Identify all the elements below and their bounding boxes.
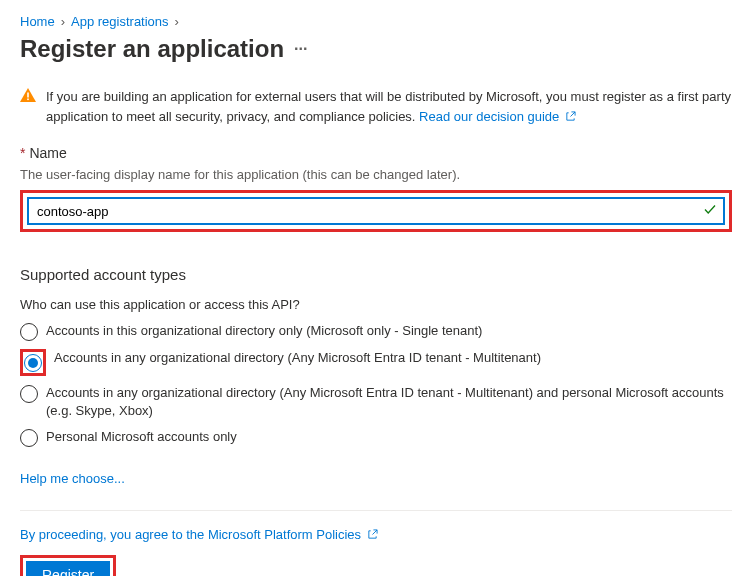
external-link-icon: [367, 528, 378, 543]
register-button[interactable]: Register: [26, 561, 110, 576]
radio-selected-dot: [28, 358, 38, 368]
external-link-icon: [565, 108, 576, 128]
page-title: Register an application ···: [20, 35, 732, 63]
chevron-right-icon: ›: [175, 14, 179, 29]
divider: [20, 510, 732, 511]
decision-guide-link[interactable]: Read our decision guide: [419, 109, 576, 124]
register-button-highlight: Register: [20, 555, 116, 576]
radio-label: Accounts in this organizational director…: [46, 322, 732, 340]
svg-rect-0: [27, 93, 29, 98]
name-label: *Name: [20, 145, 732, 161]
more-actions-icon[interactable]: ···: [294, 40, 307, 58]
radio-selection-highlight: [20, 349, 46, 376]
footer-policy: By proceeding, you agree to the Microsof…: [20, 527, 732, 543]
help-me-choose-link[interactable]: Help me choose...: [20, 471, 125, 486]
radio-option-single-tenant[interactable]: Accounts in this organizational director…: [20, 322, 732, 341]
radio-label: Personal Microsoft accounts only: [46, 428, 732, 446]
name-hint: The user-facing display name for this ap…: [20, 167, 732, 182]
radio-icon[interactable]: [24, 354, 42, 372]
breadcrumb-home[interactable]: Home: [20, 14, 55, 29]
radio-icon[interactable]: [20, 429, 38, 447]
warning-text: If you are building an application for e…: [46, 87, 732, 127]
radio-option-multitenant[interactable]: Accounts in any organizational directory…: [20, 349, 732, 376]
platform-policies-link[interactable]: By proceeding, you agree to the Microsof…: [20, 527, 378, 542]
radio-icon[interactable]: [20, 385, 38, 403]
breadcrumb: Home › App registrations ›: [20, 14, 732, 29]
account-types-radio-group: Accounts in this organizational director…: [20, 322, 732, 447]
account-types-title: Supported account types: [20, 266, 732, 283]
warning-banner: If you are building an application for e…: [20, 87, 732, 127]
radio-option-multitenant-personal[interactable]: Accounts in any organizational directory…: [20, 384, 732, 420]
radio-option-personal-only[interactable]: Personal Microsoft accounts only: [20, 428, 732, 447]
chevron-right-icon: ›: [61, 14, 65, 29]
required-asterisk: *: [20, 145, 25, 161]
name-input[interactable]: [27, 197, 725, 225]
warning-message: If you are building an application for e…: [46, 89, 731, 124]
radio-icon[interactable]: [20, 323, 38, 341]
warning-icon: [20, 87, 36, 127]
name-input-highlight: [20, 190, 732, 232]
account-types-question: Who can use this application or access t…: [20, 297, 732, 312]
page-title-text: Register an application: [20, 35, 284, 63]
svg-rect-1: [27, 99, 29, 101]
radio-label: Accounts in any organizational directory…: [54, 349, 732, 367]
breadcrumb-app-registrations[interactable]: App registrations: [71, 14, 169, 29]
radio-label: Accounts in any organizational directory…: [46, 384, 732, 420]
checkmark-icon: [703, 203, 717, 220]
